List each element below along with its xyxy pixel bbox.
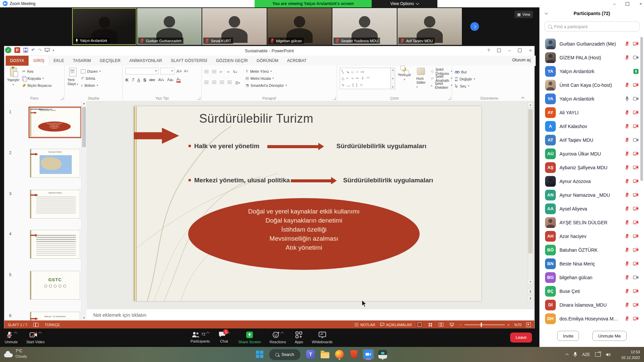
start-button[interactable] (254, 349, 265, 359)
participant-row[interactable]: Ümit Can Kaya (Co-host) (540, 78, 644, 92)
comments-toggle[interactable]: AÇIKLAMALAR (380, 323, 412, 327)
find-button[interactable]: Bul (455, 68, 525, 75)
participant-row[interactable]: AHAzər haciyev (540, 229, 644, 243)
tray-mic-icon[interactable] (573, 352, 577, 357)
bullets-icon[interactable] (204, 70, 209, 73)
view-options-button[interactable]: View Options (372, 0, 437, 7)
participant-row[interactable]: AArif Kalashov (540, 119, 644, 133)
share-screen-button[interactable]: Share Screen (238, 331, 261, 344)
slide-canvas[interactable]: Sürdürülebilir Turizm Halk ve yerel yöne… (31, 109, 79, 136)
zoom-level[interactable]: %70 (514, 323, 522, 327)
invite-button[interactable]: Invite (557, 331, 579, 341)
decrease-indent-icon[interactable]: ⇤ (220, 70, 223, 74)
leave-button[interactable]: Leave (510, 333, 532, 343)
change-case-button[interactable]: Aa▾ (167, 77, 173, 82)
underline-button[interactable]: A (137, 77, 140, 82)
grow-font-icon[interactable]: A˄ (176, 69, 182, 74)
participant-row[interactable]: AYAli YAYLI (540, 106, 644, 119)
shape-fill-button[interactable]: ◇Şekil Dolgusu▾ (431, 68, 452, 75)
video-tile[interactable]: Seadet Yusibova MDU (332, 8, 397, 45)
weather-widget[interactable]: 7°CCloudy (4, 349, 27, 359)
fit-to-window-icon[interactable] (526, 322, 531, 327)
next-participants-button[interactable] (470, 22, 479, 31)
copy-button[interactable]: Kopyala▾ (22, 75, 52, 82)
taskbar-search[interactable]: Search (269, 349, 301, 360)
cast-icon[interactable] (595, 352, 601, 357)
reactions-button[interactable]: Reactions (270, 331, 286, 344)
participant-row[interactable]: GİZEM PALA (Host) (540, 51, 644, 64)
strikethrough-button[interactable]: abc (149, 78, 155, 82)
section-button[interactable]: ≡Bölüm▾ (81, 82, 101, 89)
dialog-launcher-icon[interactable] (333, 97, 336, 100)
slide-thumbnail-2[interactable]: İspanya Calvia (30, 149, 80, 178)
participant-row[interactable]: AAAysel Aliyeva (540, 202, 644, 216)
slide-canvas[interactable]: Sürdürülebilir Turizm Halk ve yerel yöne… (134, 106, 481, 301)
participant-row[interactable]: AYŞE SELİN DÜLGER (540, 216, 644, 229)
shapes-scroll[interactable]: ▲▼▼ (391, 68, 395, 89)
notes-toggle[interactable]: NOTLAR (355, 323, 375, 327)
slide-sorter-view-button[interactable] (427, 322, 433, 327)
replace-button[interactable]: abacDeğiştir▾ (455, 75, 525, 82)
previous-slide-icon[interactable]: ▲▲ (528, 288, 533, 294)
line-spacing-icon[interactable]: ⇅▾ (232, 70, 237, 74)
close-button[interactable]: × (639, 1, 642, 6)
maximize-button[interactable] (626, 2, 629, 6)
text-direction-button[interactable]: ⇕Metin Yönü▾ (245, 68, 287, 75)
scroll-down-icon[interactable]: ▼ (528, 279, 533, 285)
shape-outline-button[interactable]: ▱Şekil Anahattı▾ (431, 75, 452, 82)
dialog-launcher-icon[interactable] (60, 97, 63, 100)
zoom-in-icon[interactable]: + (507, 323, 509, 327)
layout-button[interactable]: Düzen▾ (81, 68, 101, 75)
ppt-close-button[interactable]: × (529, 48, 532, 53)
help-icon[interactable]: ? (487, 48, 490, 53)
font-name-select[interactable] (125, 68, 158, 74)
tab-görünüm[interactable]: GÖRÜNÜM (252, 56, 283, 66)
brave-icon[interactable] (348, 349, 360, 359)
participant-row[interactable]: BÖBatuhan ÖZTÜRK (540, 243, 644, 257)
language-indicator[interactable]: AZE (582, 352, 590, 357)
participant-row[interactable]: Gurban Gurbanzadeh (Me) (540, 37, 644, 51)
participant-row[interactable]: YAYalçın Arslantürk (540, 64, 644, 78)
participant-row[interactable]: DHdos.Emiliya Hüseynova MDU (540, 312, 644, 325)
reset-button[interactable]: ↺Sıfırla (81, 75, 101, 82)
participant-row[interactable]: YAYalçın Arslantürk (540, 92, 644, 106)
participant-row[interactable]: BÇBuse Çeti (540, 284, 644, 298)
dialog-launcher-icon[interactable] (448, 97, 451, 100)
gallery-view-button[interactable]: ▦View (515, 11, 533, 18)
paste-button[interactable]: Yapıştır▾ (7, 68, 19, 89)
tab-slayt-gösteri̇si̇[interactable]: SLAYT GÖSTERİSİ (166, 56, 212, 66)
tab-ani̇masyonlar[interactable]: ANİMASYONLAR (125, 56, 166, 66)
tray-expand-icon[interactable] (565, 353, 569, 357)
shrink-font-icon[interactable]: A˅ (184, 69, 189, 73)
thumbnail-scrollbar[interactable]: ▲ ▼ (81, 101, 87, 320)
language-label[interactable]: TÜRKÇE (45, 323, 60, 327)
columns-icon[interactable]: ▥▾ (235, 80, 240, 85)
participant-row[interactable]: Aynur Azozova (540, 174, 644, 188)
slideshow-view-button[interactable] (449, 322, 455, 327)
sign-in-link[interactable]: Oturum aç (512, 58, 531, 62)
slide-thumbnail-3[interactable]: İspanya Calvia (30, 190, 80, 219)
zoom-slider-handle[interactable] (481, 323, 482, 327)
participant-row[interactable]: ANAynur Namazova _MDU (540, 188, 644, 202)
align-left-icon[interactable] (204, 81, 209, 84)
volume-icon[interactable] (606, 352, 611, 357)
tab-ekle[interactable]: EKLE (49, 56, 69, 66)
participant-row[interactable]: AŞAybəniz Şəfiyeva MDU (540, 161, 644, 174)
teams-icon[interactable]: T (305, 349, 316, 359)
quick-styles-button[interactable]: HızlıStiller ▾ (416, 68, 426, 88)
video-tile[interactable]: Arif Taqiev MDU (397, 8, 462, 45)
shape-effects-button[interactable]: ◐Şekil Efektleri▾ (431, 82, 452, 89)
zoom-out-icon[interactable]: − (460, 323, 462, 327)
screen-capture-icon[interactable] (377, 349, 388, 359)
slide-thumbnail-4[interactable] (30, 230, 80, 259)
numbering-icon[interactable] (212, 70, 216, 73)
format-painter-button[interactable]: Biçim Boyacısı (22, 82, 52, 89)
scroll-up-icon[interactable]: ▲ (528, 102, 533, 108)
increase-indent-icon[interactable]: ⇥ (226, 70, 229, 74)
file-explorer-icon[interactable] (319, 349, 331, 359)
participant-search-input[interactable]: Find a participant (544, 21, 640, 32)
participants-scrollbar[interactable] (640, 37, 643, 181)
align-center-icon[interactable] (212, 81, 216, 84)
font-color-button[interactable]: A▾ (176, 77, 181, 82)
participant-row[interactable]: BGbilgehan gülcan (540, 270, 644, 284)
